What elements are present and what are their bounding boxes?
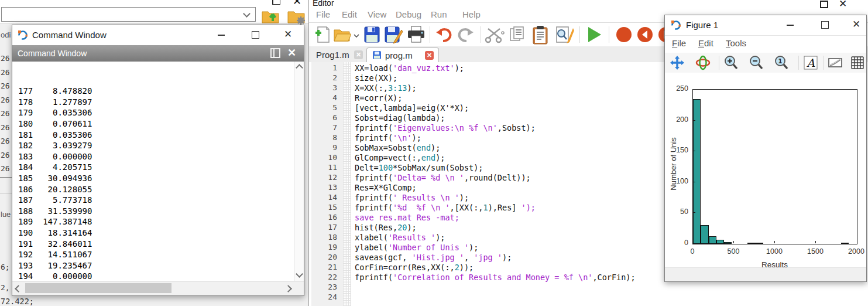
- pan-icon[interactable]: [670, 55, 685, 70]
- code-text: CorFin=corr(Res,XX(:,2));: [355, 263, 474, 272]
- restore-icon[interactable]: [820, 0, 828, 8]
- figure-window: Figure 1 ✕ File Edit Tools: [664, 15, 867, 282]
- new-script-icon[interactable]: [314, 25, 332, 44]
- cut-icon[interactable]: [485, 25, 503, 44]
- line-number: 4: [311, 93, 341, 102]
- go-back-icon[interactable]: [636, 25, 654, 44]
- horizontal-scrollbar[interactable]: [12, 281, 304, 295]
- svg-text:A: A: [806, 56, 815, 69]
- menu-edit[interactable]: Edit: [698, 38, 713, 48]
- background-text-fragment: 26: [1, 109, 10, 118]
- open-dropdown-icon[interactable]: [354, 33, 359, 39]
- menu-file[interactable]: File: [316, 9, 330, 19]
- tab-prog[interactable]: prog.m ✕: [366, 47, 439, 62]
- find-icon[interactable]: [554, 25, 572, 44]
- histogram-bar: [709, 236, 716, 244]
- console-line: 184 4.205715: [18, 162, 294, 173]
- zoom-in-icon[interactable]: [723, 55, 739, 70]
- background-text-fragment: 26: [1, 68, 10, 77]
- code-text: save res.mat Res -mat;: [355, 213, 459, 222]
- close-icon[interactable]: ✕: [293, 0, 302, 5]
- tab-close-icon[interactable]: ✕: [354, 50, 363, 59]
- menu-file[interactable]: File: [672, 38, 686, 48]
- menu-tools[interactable]: Tools: [726, 38, 746, 48]
- vertical-scrollbar[interactable]: [294, 62, 304, 281]
- close-icon[interactable]: ✕: [283, 29, 293, 40]
- code-string: ');: [522, 203, 536, 212]
- copy-icon[interactable]: [508, 25, 527, 44]
- tab-close-icon[interactable]: ✕: [425, 51, 434, 60]
- menu-edit[interactable]: Edit: [342, 9, 357, 19]
- save-as-icon[interactable]: [384, 25, 403, 44]
- console-line: 178 1.277897: [18, 97, 294, 108]
- record-icon[interactable]: [615, 25, 633, 44]
- scroll-up-icon[interactable]: [296, 64, 303, 72]
- dock-icon[interactable]: [270, 48, 280, 58]
- histogram-bar: [724, 242, 732, 244]
- toolbar-separator: [481, 26, 481, 43]
- restore-icon[interactable]: [272, 0, 280, 5]
- window-title: Command Window: [32, 30, 107, 40]
- restore-view-icon[interactable]: 1: [774, 55, 789, 70]
- background-combobox[interactable]: [1, 7, 256, 22]
- scroll-down-icon[interactable]: [296, 270, 303, 278]
- redo-icon[interactable]: [457, 25, 475, 44]
- histogram-bar: [701, 225, 708, 244]
- run-icon[interactable]: [585, 25, 604, 44]
- line-number: 2: [311, 73, 341, 82]
- code-plain: fprintf(: [355, 123, 393, 132]
- paste-icon[interactable]: [531, 25, 550, 44]
- code-text: hist(Res,20);: [355, 223, 417, 232]
- folder-up-icon[interactable]: [261, 8, 282, 25]
- y-tick-label: 100: [668, 177, 688, 185]
- code-string: 'Eigenvalues:\n %f \n': [393, 123, 498, 132]
- zoom-out-icon[interactable]: [749, 55, 764, 70]
- code-text: GlComp=vect(:,end);: [355, 153, 445, 162]
- maximize-icon[interactable]: [819, 19, 830, 30]
- folder-settings-icon[interactable]: [287, 8, 308, 25]
- code-plain: xlabel(: [355, 233, 388, 242]
- code-plain: ,[XX(:,: [450, 203, 483, 212]
- open-file-icon[interactable]: [332, 25, 351, 44]
- code-text: Delt=100*SobMax/sum(Sobst);: [355, 163, 483, 172]
- minimize-icon[interactable]: [216, 29, 227, 40]
- console-output[interactable]: 177 8.478820178 1.277897179 0.035306180 …: [12, 62, 294, 281]
- menu-view[interactable]: View: [368, 9, 386, 19]
- save-icon[interactable]: [363, 25, 382, 44]
- command-window-titlebar: Command Window ✕: [12, 25, 304, 46]
- scroll-left-icon[interactable]: [15, 285, 22, 293]
- close-panel-icon[interactable]: ✕: [287, 48, 297, 58]
- menu-help[interactable]: Help: [462, 9, 481, 19]
- undo-icon[interactable]: [434, 25, 453, 44]
- rotate-3d-icon[interactable]: [695, 55, 711, 70]
- code-plain: R=corr(X);: [355, 93, 402, 103]
- code-number: 20: [397, 223, 407, 232]
- y-tick-mark: [693, 212, 695, 213]
- console-line: 194 0.000000: [18, 271, 294, 281]
- code-plain: );: [455, 63, 464, 73]
- grid-icon[interactable]: [850, 55, 865, 70]
- scroll-right-icon[interactable]: [284, 285, 292, 293]
- maximize-icon[interactable]: [250, 29, 260, 40]
- line-number: 17: [311, 223, 341, 232]
- tab-prog1[interactable]: Prog1.m ✕: [311, 47, 365, 62]
- insert-text-icon[interactable]: A: [803, 55, 818, 70]
- menu-run[interactable]: Run: [431, 9, 447, 19]
- menu-debug[interactable]: Debug: [396, 9, 421, 19]
- console-line: 180 0.070611: [18, 118, 294, 130]
- close-icon[interactable]: ✕: [851, 19, 862, 30]
- line-number: 21: [311, 263, 341, 271]
- code-plain: ),Res]: [488, 203, 522, 212]
- x-tick-mark: [733, 241, 734, 243]
- code-line: 23: [309, 283, 868, 293]
- minimize-icon[interactable]: [785, 19, 795, 30]
- code-string: ' Results \n ': [393, 193, 459, 202]
- background-text-fragment: 26: [1, 96, 10, 104]
- print-icon[interactable]: [406, 25, 425, 44]
- insert-colorbar-icon[interactable]: [828, 55, 843, 70]
- figure-plot-area[interactable]: Number of Unis Results 05010015020025005…: [665, 73, 866, 268]
- code-plain: ,CorFin);: [592, 273, 635, 282]
- code-plain: Res=X*GlComp;: [355, 183, 417, 192]
- scrollbar-thumb[interactable]: [25, 283, 171, 293]
- x-tick-label: 2000: [843, 247, 868, 256]
